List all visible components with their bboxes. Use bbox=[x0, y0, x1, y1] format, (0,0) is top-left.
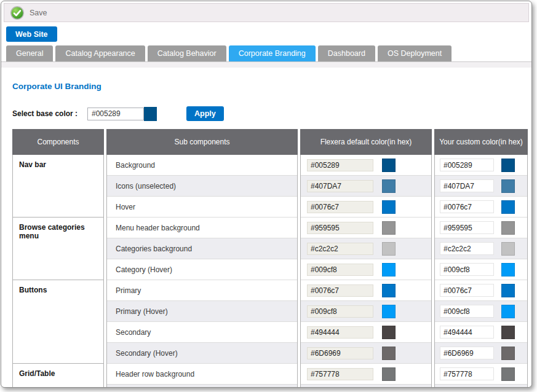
subcomponent-label: Icons (unselected) bbox=[107, 176, 297, 197]
column-default-color: Flexera default color(in hex) bbox=[300, 129, 432, 388]
custom-color-swatch[interactable] bbox=[501, 284, 515, 297]
default-color-cell bbox=[301, 238, 431, 259]
default-hex-input bbox=[307, 243, 373, 255]
custom-hex-input[interactable] bbox=[440, 326, 494, 339]
tab-content-divider bbox=[1, 62, 531, 68]
save-label: Save bbox=[30, 9, 47, 17]
default-color-cell bbox=[301, 364, 431, 385]
custom-color-cell bbox=[435, 364, 527, 385]
custom-color-cell bbox=[435, 176, 527, 197]
default-color-cell bbox=[301, 218, 431, 238]
custom-color-swatch[interactable] bbox=[501, 305, 515, 318]
column-subcomponents: Sub components BackgroundIcons (unselect… bbox=[106, 129, 298, 388]
save-button[interactable]: Save bbox=[10, 6, 47, 20]
default-hex-input bbox=[307, 326, 373, 339]
page-title: Corporate UI Branding bbox=[12, 82, 520, 91]
tab-web-site[interactable]: Web Site bbox=[6, 26, 57, 42]
default-color-cell bbox=[301, 176, 431, 197]
subcomponent-label: Secondary bbox=[107, 322, 297, 343]
default-hex-input bbox=[307, 264, 373, 276]
default-color-cell bbox=[301, 155, 431, 176]
tab-catalog-behavior[interactable]: Catalog Behavior bbox=[148, 45, 226, 61]
subcomponent-label: Category (Hover) bbox=[107, 259, 297, 280]
default-hex-input bbox=[307, 284, 373, 297]
custom-color-cell bbox=[435, 385, 527, 388]
col-components-body: Nav barBrowse categories menuButtonsGrid… bbox=[12, 155, 104, 388]
tab-catalog-appearance[interactable]: Catalog Appearance bbox=[55, 45, 145, 61]
base-color-label: Select base color : bbox=[12, 109, 87, 118]
default-color-swatch bbox=[382, 179, 396, 193]
custom-hex-input[interactable] bbox=[440, 305, 494, 318]
col-custom-body bbox=[434, 155, 528, 388]
custom-color-swatch[interactable] bbox=[501, 200, 515, 214]
component-cell: Buttons bbox=[13, 280, 103, 364]
subcomponent-label: Header row background bbox=[107, 364, 297, 385]
default-color-cell bbox=[301, 197, 431, 218]
apply-button[interactable]: Apply bbox=[186, 106, 224, 121]
component-cell: Grid/Table bbox=[13, 364, 103, 388]
site-tab-row: Web Site bbox=[1, 22, 531, 42]
header-default-color: Flexera default color(in hex) bbox=[300, 129, 432, 155]
base-color-row: Select base color : Apply bbox=[12, 106, 520, 121]
site-tab-label: Web Site bbox=[15, 30, 48, 39]
branding-table: Components Nav barBrowse categories menu… bbox=[12, 129, 520, 388]
default-color-swatch bbox=[382, 242, 396, 256]
default-hex-input bbox=[307, 368, 373, 380]
base-color-input[interactable] bbox=[87, 108, 144, 120]
default-hex-input bbox=[307, 222, 373, 234]
base-color-swatch[interactable] bbox=[144, 107, 157, 121]
custom-color-cell bbox=[435, 155, 527, 176]
default-hex-input bbox=[307, 201, 373, 213]
default-color-cell bbox=[301, 280, 431, 301]
subcomponent-label: Categories background bbox=[107, 238, 297, 259]
custom-color-swatch[interactable] bbox=[501, 347, 515, 360]
tab-strip: GeneralCatalog AppearanceCatalog Behavio… bbox=[1, 42, 531, 62]
custom-color-swatch[interactable] bbox=[501, 179, 515, 193]
header-components: Components bbox=[12, 129, 104, 155]
custom-hex-input[interactable] bbox=[440, 200, 494, 213]
custom-color-cell bbox=[435, 343, 527, 364]
custom-hex-input[interactable] bbox=[440, 159, 494, 171]
subcomponent-label: Primary (Hover) bbox=[107, 301, 297, 322]
default-color-cell bbox=[301, 343, 431, 364]
custom-hex-input[interactable] bbox=[440, 367, 494, 380]
default-hex-input bbox=[307, 347, 373, 359]
custom-color-swatch[interactable] bbox=[501, 159, 515, 172]
custom-hex-input[interactable] bbox=[440, 284, 494, 297]
custom-color-cell bbox=[435, 301, 527, 322]
custom-color-swatch[interactable] bbox=[501, 242, 515, 256]
default-hex-input bbox=[307, 159, 373, 171]
default-color-swatch bbox=[382, 347, 396, 360]
custom-hex-input[interactable] bbox=[440, 179, 494, 192]
header-subcomponents: Sub components bbox=[106, 129, 298, 155]
default-color-cell bbox=[301, 301, 431, 322]
custom-hex-input[interactable] bbox=[440, 263, 494, 276]
tab-dashboard[interactable]: Dashboard bbox=[318, 45, 375, 61]
corporate-branding-panel: Corporate UI Branding Select base color … bbox=[1, 82, 531, 388]
default-hex-input bbox=[307, 180, 373, 192]
custom-color-swatch[interactable] bbox=[501, 263, 515, 276]
default-color-swatch bbox=[382, 326, 396, 339]
custom-hex-input[interactable] bbox=[440, 221, 494, 234]
default-color-swatch bbox=[382, 305, 396, 318]
custom-color-cell bbox=[435, 218, 527, 238]
default-color-swatch bbox=[382, 284, 396, 297]
tab-general[interactable]: General bbox=[6, 45, 53, 61]
custom-color-swatch[interactable] bbox=[501, 326, 515, 339]
component-cell: Nav bar bbox=[13, 155, 103, 218]
custom-hex-input[interactable] bbox=[440, 242, 494, 255]
col-subcomponents-body: BackgroundIcons (unselected)HoverMenu he… bbox=[106, 155, 298, 388]
custom-color-swatch[interactable] bbox=[501, 221, 515, 235]
custom-color-cell bbox=[435, 322, 527, 343]
custom-hex-input[interactable] bbox=[440, 347, 494, 359]
default-color-cell bbox=[301, 322, 431, 343]
save-check-icon bbox=[10, 6, 25, 20]
component-cell: Browse categories menu bbox=[13, 218, 103, 280]
header-custom-color: Your custom color(in hex) bbox=[434, 129, 528, 155]
tab-os-deployment[interactable]: OS Deployment bbox=[378, 45, 451, 61]
tab-corporate-branding[interactable]: Corporate Branding bbox=[229, 45, 316, 61]
subcomponent-label: Menu header background bbox=[107, 218, 297, 238]
subcomponent-label: Secondary (Hover) bbox=[107, 343, 297, 364]
custom-color-swatch[interactable] bbox=[501, 367, 515, 381]
default-color-swatch bbox=[382, 159, 396, 172]
